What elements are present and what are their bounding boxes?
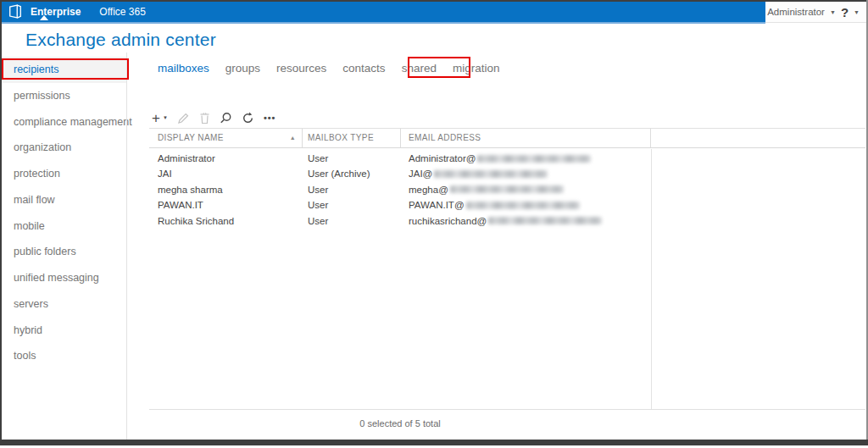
chevron-down-icon[interactable]: ▼ (830, 9, 836, 15)
email-prefix: Administrator@ (409, 151, 476, 166)
sidebar-item-public-folders[interactable]: public folders (2, 239, 126, 265)
cell-mailbox-type: User (303, 151, 401, 166)
email-prefix: megha@ (409, 182, 448, 197)
office-logo-icon (8, 4, 23, 19)
column-header-email-address[interactable]: EMAIL ADDRESS (401, 129, 651, 147)
redacted-email-domain (450, 185, 564, 193)
tab-shared[interactable]: shared (402, 62, 437, 75)
refresh-button[interactable] (242, 112, 254, 124)
topbar-underline (2, 22, 765, 24)
topbar-tab-enterprise[interactable]: Enterprise (31, 6, 81, 18)
redacted-email-domain (477, 155, 591, 163)
delete-button[interactable] (199, 112, 210, 124)
chevron-down-icon[interactable]: ▼ (854, 9, 860, 15)
sidebar-item-mobile[interactable]: mobile (2, 213, 126, 240)
selection-status: 0 selected of 5 total (149, 418, 651, 429)
sidebar-item-permissions[interactable]: permissions (2, 83, 126, 109)
cell-email-address: ruchikasrichand@ (401, 213, 651, 229)
tab-contacts[interactable]: contacts (342, 62, 385, 75)
list-details-divider (651, 149, 652, 409)
cell-email-address: PAWAN.IT@ (401, 197, 651, 213)
sidebar-item-recipients[interactable]: recipients (2, 57, 126, 83)
plus-icon: + (152, 111, 160, 125)
sidebar-item-compliance-management[interactable]: compliance management (2, 109, 126, 136)
column-header-mailbox-type[interactable]: MAILBOX TYPE (303, 129, 401, 147)
sidebar-nav: recipients permissions compliance manage… (2, 57, 126, 369)
column-header-empty (651, 129, 865, 147)
email-prefix: JAI@ (409, 166, 432, 181)
refresh-icon (242, 112, 254, 124)
table-row[interactable]: PAWAN.IT User PAWAN.IT@ (149, 197, 651, 213)
cell-display-name: JAI (149, 166, 303, 181)
sidebar-item-protection[interactable]: protection (2, 161, 126, 187)
email-prefix: ruchikasrichand@ (409, 213, 487, 229)
window-border-bottom (0, 440, 868, 445)
search-button[interactable] (220, 112, 232, 124)
redacted-email-domain (488, 217, 602, 224)
column-label: DISPLAY NAME (158, 129, 290, 147)
content-tabs: mailboxes groups resources contacts shar… (158, 62, 499, 75)
trash-icon (199, 112, 210, 124)
cell-mailbox-type: User (303, 182, 401, 197)
pencil-icon (177, 112, 190, 124)
cell-display-name: megha sharma (149, 182, 303, 197)
topbar: Enterprise Office 365 (2, 2, 765, 22)
cell-mailbox-type: User (303, 197, 401, 213)
topbar-right: Administrator ▼ ? ▼ (765, 2, 866, 23)
more-options-button[interactable]: ••• (264, 113, 276, 123)
topbar-tab-office365[interactable]: Office 365 (99, 6, 145, 18)
cell-mailbox-type: User (303, 213, 401, 229)
sort-ascending-icon: ▲ (290, 129, 296, 147)
cell-display-name: Administrator (149, 151, 303, 166)
sidebar-item-mail-flow[interactable]: mail flow (2, 187, 126, 213)
cell-mailbox-type: User (Archive) (303, 166, 401, 181)
active-tab-notch (40, 15, 48, 20)
tab-migration[interactable]: migration (453, 62, 500, 75)
help-button[interactable]: ? (841, 5, 849, 19)
sidebar-item-unified-messaging[interactable]: unified messaging (2, 265, 126, 291)
table-row[interactable]: Administrator User Administrator@ (149, 151, 651, 166)
cell-email-address: megha@ (401, 182, 651, 197)
sidebar-item-organization[interactable]: organization (2, 135, 126, 161)
cell-display-name: Ruchika Srichand (149, 213, 303, 229)
search-icon (220, 112, 232, 124)
redacted-email-domain (434, 170, 548, 178)
email-prefix: PAWAN.IT@ (409, 197, 465, 213)
mailbox-list: Administrator User Administrator@ JAI Us… (149, 151, 651, 229)
table-header: DISPLAY NAME ▲ MAILBOX TYPE EMAIL ADDRES… (149, 128, 865, 148)
sidebar-item-tools[interactable]: tools (2, 343, 126, 369)
list-footer-divider (149, 409, 865, 410)
cell-display-name: PAWAN.IT (149, 197, 303, 213)
new-button[interactable]: + ▼ (152, 111, 168, 125)
ellipsis-icon: ••• (264, 113, 276, 123)
account-menu[interactable]: Administrator (767, 7, 825, 17)
chevron-down-icon: ▼ (163, 115, 168, 120)
column-header-display-name[interactable]: DISPLAY NAME ▲ (149, 129, 303, 147)
cell-email-address: JAI@ (401, 166, 651, 181)
tab-resources[interactable]: resources (276, 62, 326, 75)
page-title: Exchange admin center (25, 30, 216, 50)
redacted-email-domain (466, 202, 580, 209)
tab-groups[interactable]: groups (225, 62, 260, 75)
table-row[interactable]: Ruchika Srichand User ruchikasrichand@ (149, 213, 651, 229)
sidebar-divider (126, 53, 127, 440)
cell-email-address: Administrator@ (401, 151, 651, 166)
table-row[interactable]: JAI User (Archive) JAI@ (149, 166, 651, 181)
sidebar-item-hybrid[interactable]: hybrid (2, 318, 126, 344)
sidebar-item-servers[interactable]: servers (2, 291, 126, 318)
list-toolbar: + ▼ ••• (152, 109, 275, 126)
table-row[interactable]: megha sharma User megha@ (149, 182, 651, 197)
edit-button[interactable] (177, 112, 190, 124)
tab-mailboxes[interactable]: mailboxes (158, 62, 209, 75)
